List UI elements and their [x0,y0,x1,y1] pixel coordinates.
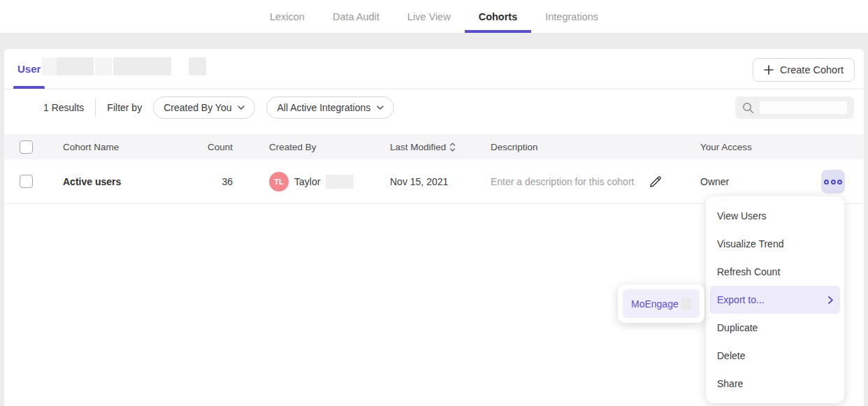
pencil-icon[interactable] [649,159,663,203]
menu-item-delete[interactable]: Delete [710,342,840,370]
redacted-tab [189,57,206,75]
row-actions-context-menu: View Users Visualize Trend Refresh Count… [706,196,844,403]
search-input[interactable] [735,96,854,119]
redacted-tab [42,57,57,75]
header-created-by: Created By [269,134,317,159]
submenu-item-moengage-label: MoEngage [631,298,679,310]
nav-tab-cohorts[interactable]: Cohorts [465,0,532,33]
nav-tab-integrations[interactable]: Integrations [531,0,612,33]
integrations-dropdown-value: All Active Integrations [277,102,370,113]
avatar: TL [269,172,289,191]
nav-tab-live-view[interactable]: Live View [393,0,465,33]
sort-icon[interactable] [449,143,456,152]
header-last-modified[interactable]: Last Modified [390,134,456,159]
last-modified-date: Nov 15, 2021 [390,159,448,203]
cohort-type-tabs-row: User Create Cohort [4,49,864,89]
chevron-right-icon [828,296,833,304]
created-by-dropdown-value: Created By You [164,102,231,113]
filter-by-label: Filter by [107,102,142,113]
header-your-access: Your Access [700,134,752,159]
redacted-tab [57,57,94,75]
created-by-dropdown[interactable]: Created By You [153,96,255,119]
create-cohort-button[interactable]: Create Cohort [753,58,855,82]
nav-tab-lexicon[interactable]: Lexicon [256,0,319,33]
tab-user[interactable]: User [13,49,45,89]
integrations-dropdown[interactable]: All Active Integrations [266,96,394,119]
cohort-name-link[interactable]: Active users [63,159,121,203]
meatball-dot [837,180,842,184]
menu-item-refresh-count[interactable]: Refresh Count [710,258,840,286]
menu-item-view-users[interactable]: View Users [710,202,840,230]
menu-item-export-to-label: Export to... [717,294,765,305]
cohort-count: 36 [182,159,233,203]
header-last-modified-label: Last Modified [390,142,446,152]
meatball-dot [831,180,836,184]
header-count: Count [182,134,233,159]
menu-item-visualize-trend[interactable]: Visualize Trend [710,230,840,258]
plus-icon [764,65,774,75]
redacted-tab [95,57,112,75]
table-header: Cohort Name Count Created By Last Modifi… [4,134,864,159]
submenu-item-moengage[interactable]: MoEngage [623,289,700,318]
meatball-dot [824,180,829,184]
header-cohort-name: Cohort Name [63,134,119,159]
redacted-submenu-text [681,298,691,310]
menu-item-export-to[interactable]: Export to... [710,286,840,314]
top-nav: Lexicon Data Audit Live View Cohorts Int… [0,0,868,34]
menu-item-duplicate[interactable]: Duplicate [710,314,840,342]
redacted-tab [113,57,171,75]
filter-bar: 1 Results Filter by Created By You All A… [4,89,864,126]
row-checkbox[interactable] [20,175,33,188]
row-actions-menu-button[interactable] [821,170,845,194]
nav-tab-data-audit[interactable]: Data Audit [319,0,393,33]
header-description: Description [491,134,538,159]
created-by-name: Taylor [294,176,320,187]
chevron-down-icon [238,106,245,110]
chevron-down-icon [377,106,384,110]
menu-item-share[interactable]: Share [710,370,840,398]
description-field[interactable]: Enter a description for this cohort [491,159,634,203]
tab-user-label: User [17,63,41,75]
export-to-submenu: MoEngage [618,284,704,323]
search-icon [742,102,754,114]
select-all-checkbox[interactable] [20,140,33,154]
redacted-search-text [760,101,847,114]
create-cohort-label: Create Cohort [780,64,844,75]
divider [95,99,96,117]
results-count: 1 Results [43,102,84,113]
redacted-last-name [326,175,354,189]
